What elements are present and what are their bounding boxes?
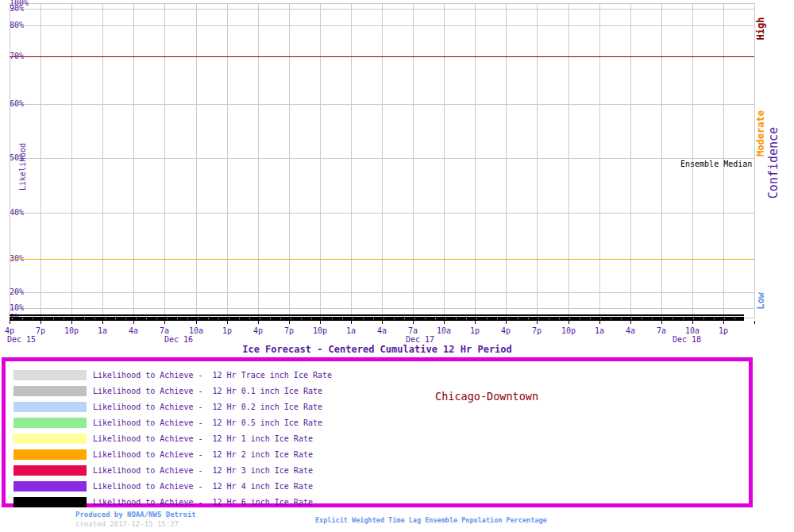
y-tick-label: 60% xyxy=(10,99,24,109)
threshold-line-30 xyxy=(10,259,754,260)
x-gridline xyxy=(227,3,228,318)
x-hour-label: 10p xyxy=(304,326,336,336)
x-axis-tick xyxy=(196,321,197,324)
x-hour-label: 1p xyxy=(211,326,243,336)
confidence-band-label-high: High xyxy=(755,17,766,40)
x-gridline xyxy=(40,3,41,318)
y-tick-label: 10% xyxy=(10,303,24,313)
y-axis-title: Likelihood xyxy=(18,143,27,191)
x-gridline xyxy=(506,3,507,318)
x-gridline xyxy=(196,3,197,318)
legend-label: Likelihood to Achieve - 12 Hr 0.2 inch I… xyxy=(93,402,322,412)
x-axis-tick xyxy=(506,321,507,324)
x-gridline xyxy=(444,3,445,318)
legend-label: Likelihood to Achieve - 12 Hr Trace inch… xyxy=(93,370,332,380)
y-tick-label: 80% xyxy=(10,21,24,30)
confidence-band-label-low: Low xyxy=(755,292,766,310)
threshold-line-70 xyxy=(10,56,754,57)
x-gridline xyxy=(71,3,72,318)
x-axis-tick xyxy=(630,321,631,324)
x-axis-tick xyxy=(723,321,724,324)
x-hour-label: 1a xyxy=(584,326,615,336)
y-tick-label: 40% xyxy=(10,208,24,218)
footer-method-label: Explicit Weighted Time Lag Ensemble Popu… xyxy=(315,516,547,525)
x-axis-tick xyxy=(754,321,755,324)
x-hour-label: 1p xyxy=(707,326,739,336)
x-axis-tick xyxy=(289,321,290,324)
x-gridline xyxy=(10,3,10,318)
x-axis-tick xyxy=(10,321,10,324)
legend-swatch xyxy=(13,481,87,492)
x-hour-label: 1a xyxy=(335,326,367,336)
x-hour-label: 4a xyxy=(366,326,398,336)
x-gridline xyxy=(133,3,134,318)
ice-forecast-chart: 100%90%80%70%60%50%40%30%20%10%0%4p7p10p… xyxy=(0,0,794,532)
confidence-band-label-moderate: Moderate xyxy=(755,110,766,156)
x-gridline xyxy=(413,3,414,318)
x-axis-tick xyxy=(258,321,259,324)
legend-swatch xyxy=(13,370,87,380)
legend-label: Likelihood to Achieve - 12 Hr 1 inch Ice… xyxy=(93,434,313,444)
x-axis-tick xyxy=(320,321,321,324)
legend-swatch xyxy=(13,434,87,444)
x-gridline xyxy=(661,3,662,318)
x-gridline xyxy=(320,3,321,318)
ensemble-zero-band xyxy=(10,314,744,321)
x-axis-tick xyxy=(351,321,352,324)
x-date-label: Dec 15 xyxy=(0,335,45,345)
x-gridline xyxy=(289,3,290,318)
ensemble-median-label: Ensemble Median xyxy=(680,159,752,169)
x-gridline xyxy=(102,3,103,318)
x-gridline xyxy=(258,3,259,318)
x-axis-tick xyxy=(599,321,600,324)
location-label: Chicago-Downtown xyxy=(435,390,538,403)
legend-label: Likelihood to Achieve - 12 Hr 3 inch Ice… xyxy=(93,465,313,476)
x-hour-label: 7p xyxy=(273,326,305,336)
ensemble-line-top xyxy=(10,314,744,316)
legend-label: Likelihood to Achieve - 12 Hr 6 inch Ice… xyxy=(93,497,313,507)
x-hour-label: 10p xyxy=(56,326,87,336)
x-hour-label: 7p xyxy=(521,326,553,336)
x-axis-tick xyxy=(227,321,228,324)
footer-created-timestamp: created 2017-12-15 15:27 xyxy=(75,520,179,529)
x-axis-tick xyxy=(444,321,445,324)
x-gridline xyxy=(164,3,165,318)
ensemble-line-thick xyxy=(10,317,744,321)
x-axis-tick xyxy=(71,321,72,324)
legend-box: Likelihood to Achieve - 12 Hr Trace inch… xyxy=(2,357,753,507)
legend-swatch xyxy=(13,449,87,460)
x-date-label: Dec 18 xyxy=(663,335,711,345)
legend-swatch xyxy=(13,465,87,476)
y-tick-label: 20% xyxy=(10,287,24,297)
x-gridline xyxy=(382,3,383,318)
x-axis-tick xyxy=(661,321,662,324)
confidence-axis-title: Confidence xyxy=(766,127,781,199)
x-gridline xyxy=(475,3,476,318)
x-hour-label: 4p xyxy=(242,326,274,336)
x-axis-tick xyxy=(164,321,165,324)
x-gridline xyxy=(599,3,600,318)
x-gridline xyxy=(630,3,631,318)
plot-area: 100%90%80%70%60%50%40%30%20%10%0%4p7p10p… xyxy=(10,0,754,326)
legend-label: Likelihood to Achieve - 12 Hr 0.5 inch I… xyxy=(93,418,322,428)
legend-label: Likelihood to Achieve - 12 Hr 2 inch Ice… xyxy=(93,449,313,460)
x-hour-label: 1a xyxy=(87,326,118,336)
x-axis-tick xyxy=(133,321,134,324)
x-axis-tick xyxy=(692,321,693,324)
legend-label: Likelihood to Achieve - 12 Hr 0.1 inch I… xyxy=(93,386,322,396)
x-gridline xyxy=(754,3,755,318)
x-axis-tick xyxy=(413,321,414,324)
chart-title: Ice Forecast - Centered Cumulative 12 Hr… xyxy=(0,344,754,355)
x-gridline xyxy=(569,3,569,318)
x-hour-label: 4a xyxy=(118,326,149,336)
legend-swatch xyxy=(13,497,87,507)
x-gridline xyxy=(537,3,538,318)
x-axis-tick xyxy=(537,321,538,324)
x-date-label: Dec 16 xyxy=(155,335,202,345)
x-gridline xyxy=(351,3,352,318)
y-tick-label: 90% xyxy=(10,4,24,13)
legend-swatch xyxy=(13,402,87,412)
x-axis-tick xyxy=(569,321,569,324)
x-axis-tick xyxy=(102,321,103,324)
x-axis-tick xyxy=(382,321,383,324)
